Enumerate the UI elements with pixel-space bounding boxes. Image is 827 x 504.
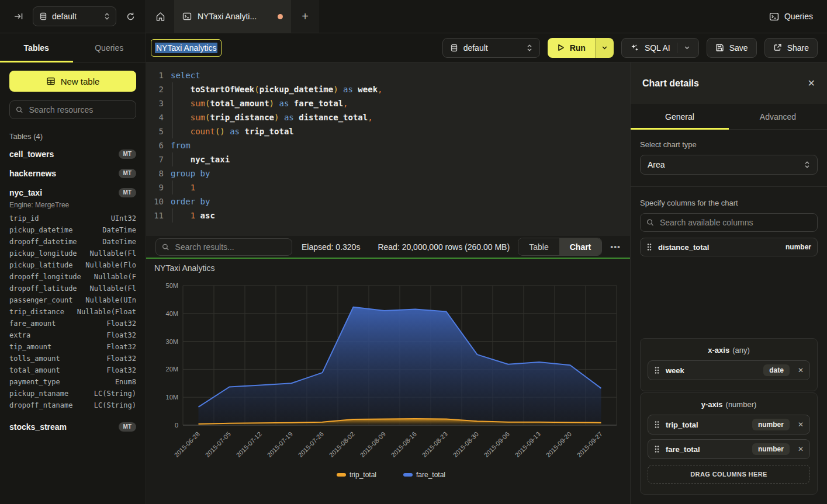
chevron-down-icon[interactable] — [684, 44, 690, 51]
refresh-icon[interactable] — [122, 8, 139, 25]
elapsed-stat: Elapsed: 0.320s — [302, 242, 360, 252]
search-columns-input[interactable] — [659, 217, 811, 228]
remove-icon[interactable]: ✕ — [798, 420, 804, 429]
column-name: pickup_ntaname — [9, 390, 68, 398]
run-options-button[interactable] — [595, 38, 614, 58]
line-number: 7 — [146, 152, 164, 166]
chart-details-panel: Chart details ✕ General Advanced Select … — [630, 62, 827, 504]
search-icon — [16, 106, 23, 114]
tab-strip: NYTaxi Analyti... + — [146, 0, 319, 33]
home-tab[interactable] — [146, 0, 174, 33]
database-name: default — [52, 12, 99, 21]
sidebar-tabs: Tables Queries — [0, 33, 146, 62]
code-text: order by — [164, 194, 210, 208]
line-number: 5 — [146, 124, 164, 138]
sidebar-tab-queries[interactable]: Queries — [73, 33, 146, 62]
queries-button[interactable]: Queries — [769, 12, 813, 22]
column-type: DateTime — [102, 226, 136, 234]
code-text: 1 — [164, 180, 195, 194]
table-row[interactable]: nyc_taxiMT — [9, 183, 136, 202]
chevron-updown-icon — [104, 12, 110, 20]
column-type: Nullable(Fl — [90, 249, 136, 258]
toggle-table[interactable]: Table — [518, 238, 559, 255]
column-chip-fare_total[interactable]: fare_totalnumber✕ — [648, 439, 810, 459]
remove-icon[interactable]: ✕ — [798, 445, 804, 453]
sidebar-tab-tables[interactable]: Tables — [0, 33, 73, 62]
svg-text:2015-09-27: 2015-09-27 — [576, 430, 604, 458]
table-row[interactable]: hackernewsMT — [9, 164, 136, 183]
line-number: 1 — [146, 68, 164, 82]
remove-icon[interactable]: ✕ — [798, 366, 804, 374]
svg-text:0: 0 — [175, 422, 178, 429]
line-number: 2 — [146, 82, 164, 96]
column-row: tip_amountFloat32 — [9, 341, 136, 353]
toggle-chart[interactable]: Chart — [559, 238, 602, 255]
play-icon — [557, 44, 565, 51]
read-stat: Read: 20,000,000 rows (260.00 MB) — [378, 242, 510, 252]
search-results-input[interactable] — [174, 242, 286, 252]
column-type: Nullable(Fl — [90, 284, 136, 293]
chart-legend[interactable]: trip_totalfare_total — [337, 471, 445, 479]
spacer — [640, 256, 818, 338]
sql-ai-button[interactable]: SQL AI — [621, 38, 699, 58]
column-name: payment_type — [9, 378, 60, 386]
tab-general[interactable]: General — [631, 104, 729, 129]
column-chip-distance_total[interactable]: distance_totalnumber — [640, 238, 818, 256]
column-row: dropoff_datetimeDateTime — [9, 236, 136, 248]
share-icon — [773, 43, 782, 52]
x-axis-items: weekdate✕ — [648, 360, 810, 380]
column-row: payment_typeEnum8 — [9, 376, 136, 388]
code-line: 11 1 asc — [146, 208, 630, 223]
table-icon — [46, 77, 56, 86]
engine-badge: MT — [119, 188, 136, 197]
run-button[interactable]: Run — [548, 38, 595, 58]
drop-zone[interactable]: DRAG COLUMNS HERE — [648, 465, 810, 484]
query-database-selector[interactable]: default — [442, 38, 540, 58]
indent-guide — [172, 208, 173, 223]
more-options-icon[interactable]: ••• — [610, 242, 621, 252]
chevron-updown-icon — [804, 161, 810, 169]
table-engine: Engine: MergeTree — [9, 201, 136, 209]
chip-name: distance_total — [658, 243, 780, 252]
column-type: DateTime — [102, 238, 136, 246]
close-icon[interactable]: ✕ — [808, 78, 815, 89]
table-row[interactable]: stocks_streamMT — [9, 417, 136, 436]
column-type: Float32 — [106, 343, 136, 351]
indent-guide — [172, 124, 173, 138]
column-row: fare_amountFloat32 — [9, 318, 136, 329]
column-name: dropoff_datetime — [9, 238, 77, 246]
sql-ai-label: SQL AI — [645, 43, 670, 53]
chart-container[interactable]: 010M20M30M40M50M2015-06-282015-07-052015… — [146, 259, 630, 504]
code-line: 9 1 — [146, 180, 630, 194]
new-table-button[interactable]: New table — [9, 71, 136, 92]
code-line: 6from — [146, 138, 630, 152]
share-button[interactable]: Share — [764, 38, 818, 58]
search-resources-input[interactable] — [28, 105, 130, 115]
column-name: pickup_longitude — [9, 249, 77, 258]
area-chart[interactable]: 010M20M30M40M50M2015-06-282015-07-052015… — [146, 259, 630, 504]
indent-guide — [172, 110, 173, 124]
drag-handle-icon — [646, 243, 652, 251]
tables-list: cell_towersMThackernewsMTnyc_taxiMTEngin… — [9, 144, 136, 436]
column-chip-week[interactable]: weekdate✕ — [648, 360, 810, 380]
new-tab-button[interactable]: + — [291, 0, 319, 33]
code-line: 8group by — [146, 166, 630, 180]
sql-editor[interactable]: 1select2 toStartOfWeek(pickup_datetime) … — [146, 62, 630, 236]
column-row: passenger_countNullable(UIn — [9, 294, 136, 306]
query-title-input[interactable]: NYTaxi Analytics — [151, 39, 222, 57]
terminal-icon — [769, 12, 779, 22]
table-row[interactable]: cell_towersMT — [9, 144, 136, 164]
column-name: passenger_count — [9, 296, 72, 304]
svg-text:20M: 20M — [166, 366, 178, 373]
collapse-sidebar-icon[interactable] — [11, 8, 27, 25]
chart-type-select[interactable]: Area — [640, 155, 818, 175]
terminal-icon — [182, 12, 192, 21]
database-selector[interactable]: default — [33, 6, 116, 26]
toolbar-actions: default Run SQL AI Save Share — [442, 38, 827, 58]
engine-badge: MT — [119, 150, 136, 159]
tab-advanced[interactable]: Advanced — [729, 104, 827, 129]
svg-text:2015-08-09: 2015-08-09 — [359, 430, 387, 458]
column-chip-trip_total[interactable]: trip_totalnumber✕ — [648, 415, 810, 435]
tab-nytaxi-analytics[interactable]: NYTaxi Analyti... — [174, 0, 291, 33]
save-button[interactable]: Save — [707, 38, 757, 58]
